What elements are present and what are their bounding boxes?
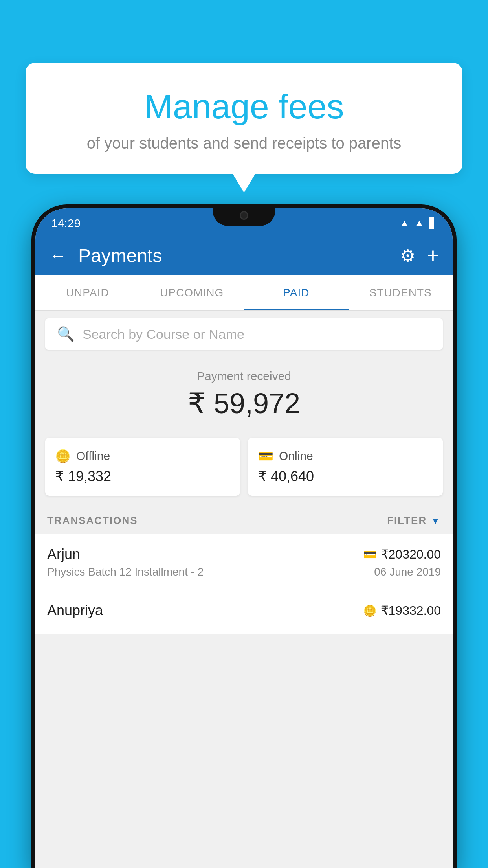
online-label: Online [279, 449, 313, 463]
transaction-top-row: Arjun 💳 ₹20320.00 [47, 546, 441, 563]
online-card: 💳 Online ₹ 40,640 [248, 438, 443, 496]
payment-received-label: Payment received [45, 370, 443, 383]
amount-value: ₹19332.00 [381, 603, 441, 618]
online-icon: 💳 [258, 449, 273, 463]
signal-icon: ▲ [414, 217, 424, 229]
offline-label: Offline [76, 449, 110, 463]
search-icon: 🔍 [57, 326, 75, 342]
tab-bar: UNPAID UPCOMING PAID STUDENTS [35, 275, 453, 311]
offline-card: 🪙 Offline ₹ 19,332 [45, 438, 240, 496]
transaction-name: Anupriya [47, 602, 103, 619]
transaction-amount: 🪙 ₹19332.00 [363, 603, 441, 618]
transaction-amount: 💳 ₹20320.00 [363, 547, 441, 562]
status-time: 14:29 [51, 217, 81, 230]
tab-paid[interactable]: PAID [244, 275, 349, 310]
tab-upcoming[interactable]: UPCOMING [140, 275, 244, 310]
transaction-course: Physics Batch 12 Installment - 2 [47, 566, 204, 578]
app-header: ← Payments ⚙ + [35, 236, 453, 275]
transaction-top-row: Anupriya 🪙 ₹19332.00 [47, 602, 441, 619]
header-title: Payments [78, 245, 388, 267]
payment-received-section: Payment received ₹ 59,972 [35, 358, 453, 438]
online-amount: ₹ 40,640 [258, 468, 433, 485]
offline-card-header: 🪙 Offline [55, 449, 230, 463]
transaction-bottom-row: Physics Batch 12 Installment - 2 06 June… [47, 566, 441, 578]
wifi-icon: ▲ [400, 217, 410, 229]
transaction-name: Arjun [47, 546, 80, 563]
amount-value: ₹20320.00 [381, 547, 441, 562]
payment-cards: 🪙 Offline ₹ 19,332 💳 Online ₹ 40,640 [35, 438, 453, 508]
transaction-row[interactable]: Anupriya 🪙 ₹19332.00 [35, 590, 453, 634]
offline-amount: ₹ 19,332 [55, 468, 230, 485]
status-icons: ▲ ▲ ▋ [400, 217, 437, 229]
search-input[interactable]: Search by Course or Name [83, 327, 244, 342]
speech-bubble: Manage fees of your students and send re… [26, 63, 462, 174]
transactions-label: TRANSACTIONS [47, 515, 138, 527]
tab-unpaid[interactable]: UNPAID [35, 275, 140, 310]
offline-icon: 🪙 [55, 449, 71, 463]
back-button[interactable]: ← [49, 246, 66, 265]
payment-type-icon: 💳 [363, 548, 377, 561]
settings-icon[interactable]: ⚙ [400, 246, 415, 266]
tab-students[interactable]: STUDENTS [349, 275, 453, 310]
add-button[interactable]: + [427, 244, 439, 267]
transactions-header: TRANSACTIONS FILTER ▼ [35, 508, 453, 534]
search-container: 🔍 Search by Course or Name [35, 311, 453, 358]
filter-icon: ▼ [431, 515, 441, 526]
phone-notch [213, 204, 275, 226]
phone-screen: 14:29 ▲ ▲ ▋ ← Payments ⚙ + UNPAID UPCOMI… [35, 208, 453, 868]
bubble-title: Manage fees [53, 86, 435, 127]
bubble-subtitle: of your students and send receipts to pa… [53, 134, 435, 152]
online-card-header: 💳 Online [258, 449, 433, 463]
camera-dot [240, 211, 248, 220]
filter-button[interactable]: FILTER ▼ [387, 515, 441, 527]
payment-received-amount: ₹ 59,972 [45, 387, 443, 420]
search-box[interactable]: 🔍 Search by Course or Name [45, 318, 443, 350]
filter-label: FILTER [387, 515, 427, 527]
transaction-row[interactable]: Arjun 💳 ₹20320.00 Physics Batch 12 Insta… [35, 534, 453, 590]
battery-icon: ▋ [429, 217, 437, 229]
payment-type-icon: 🪙 [363, 604, 377, 617]
transaction-date: 06 June 2019 [374, 566, 441, 578]
phone-frame: 14:29 ▲ ▲ ▋ ← Payments ⚙ + UNPAID UPCOMI… [31, 204, 457, 868]
